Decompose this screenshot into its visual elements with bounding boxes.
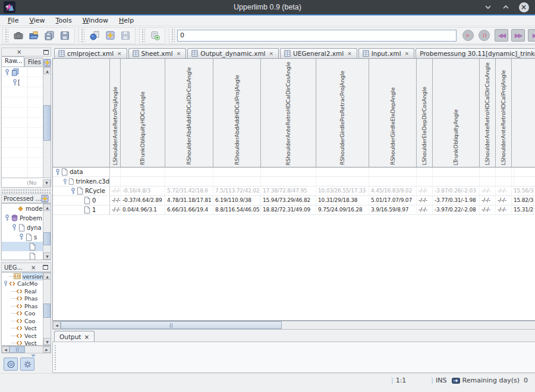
table-row[interactable]: 1 -/-/-0.04/4.96/3.1 6.66/31.66/19.48.8/… — [53, 206, 535, 215]
target-toggle-button[interactable] — [4, 358, 18, 371]
splitter-collapse-icon[interactable] — [31, 355, 36, 357]
menu-view[interactable]: View — [24, 15, 50, 26]
play-button[interactable]: ▶ — [462, 30, 474, 41]
processed-wizard-button[interactable] — [41, 195, 49, 203]
column-header[interactable]: RShoulderAbdAddHDCalDirCosAngle — [165, 59, 213, 167]
tab-input[interactable]: Input.xml × — [358, 48, 414, 58]
tab-close-icon[interactable]: × — [268, 50, 275, 57]
tab-cmlproject[interactable]: cmlproject.xml × — [54, 48, 127, 58]
menu-tools[interactable]: Tools — [51, 15, 77, 26]
column-header[interactable] — [512, 59, 535, 167]
toolbar-drag-handle[interactable] — [5, 29, 8, 43]
panel-restore-icon[interactable] — [43, 50, 49, 55]
tab-sheet[interactable]: Sheet.xml × — [128, 48, 187, 58]
grid-horizontal-scrollbar[interactable]: ◀ ▶ — [52, 321, 535, 330]
table-row[interactable]: data — [53, 167, 535, 177]
tree-expander-key-icon[interactable] — [12, 79, 18, 86]
scroll-up-icon[interactable]: ▲ — [43, 273, 51, 280]
tab-raw[interactable]: Raw... — [1, 56, 24, 67]
ueg-panel-header[interactable]: UEG... × — [1, 263, 51, 272]
scroll-down-icon[interactable]: ▼ — [43, 338, 51, 345]
tree-expander-key-icon[interactable] — [70, 188, 76, 195]
menu-window[interactable]: Window — [77, 15, 114, 26]
tree-expander-key-icon[interactable] — [4, 69, 10, 76]
tree-expander-key-icon[interactable] — [3, 280, 8, 287]
scroll-down-icon[interactable]: ▼ — [43, 179, 51, 186]
close-button[interactable]: × — [518, 2, 529, 12]
frame-number-input[interactable] — [177, 30, 457, 42]
scroll-left-icon[interactable]: ◀ — [2, 346, 10, 353]
new-model-button[interactable] — [87, 29, 102, 43]
scrollbar-thumb[interactable] — [10, 346, 25, 353]
settings-toggle-button[interactable] — [20, 358, 34, 371]
column-header[interactable]: RShoulderGirdleProRetracProjAngle — [316, 59, 369, 167]
scroll-up-icon[interactable]: ▲ — [43, 67, 51, 74]
column-header[interactable]: RShoulderGirdleEleDepAngle — [369, 59, 417, 167]
menu-file[interactable]: File — [2, 15, 24, 26]
table-row[interactable]: 0 -/-/--0.37/4.64/2.89 4.78/31.18/17.816… — [53, 196, 535, 206]
files-vertical-scrollbar[interactable]: ▲ — [43, 67, 51, 178]
save-all-button[interactable] — [42, 29, 57, 43]
save-model-button[interactable] — [118, 29, 133, 43]
panel-drag-handle[interactable] — [54, 344, 57, 370]
scroll-left-icon[interactable]: ◀ — [53, 321, 61, 329]
panel-close-icon[interactable]: × — [31, 264, 36, 271]
panel-restore-icon[interactable] — [43, 265, 48, 270]
panel-close-icon[interactable]: × — [17, 49, 21, 55]
open-button[interactable] — [26, 29, 42, 43]
tab-close-icon[interactable]: × — [404, 50, 411, 57]
scrollbar-thumb[interactable] — [43, 105, 51, 141]
add-data-button[interactable] — [147, 29, 163, 43]
column-header[interactable]: LShoulderEleDepDirCosAngle — [417, 59, 433, 167]
tab-uegeneral2[interactable]: UEGeneral2.xml × — [280, 48, 357, 58]
tab-close-icon[interactable]: × — [116, 50, 123, 57]
processed-panel-header[interactable]: Processed ... — [1, 194, 51, 203]
table-row[interactable]: trinken.c3d — [53, 177, 535, 186]
scrollbar-thumb[interactable] — [43, 232, 51, 245]
tree-expander-key-icon[interactable] — [55, 169, 61, 176]
table-row[interactable]: RCycle -/-/--0.16/4.8/3 5.72/31.42/18.67… — [53, 186, 535, 196]
scroll-down-icon[interactable]: ▼ — [43, 252, 51, 260]
pause-button[interactable] — [479, 30, 490, 41]
minimize-button[interactable] — [483, 2, 493, 12]
column-header[interactable]: LTrunkObliquityAngle — [433, 59, 480, 167]
files-wizard-button[interactable] — [43, 59, 51, 67]
files-panel-titlebar[interactable]: × — [1, 48, 51, 56]
column-header[interactable]: LShoulderAnteRetroHDCalProjAngle — [496, 59, 512, 167]
toolbar-drag-handle[interactable] — [171, 29, 175, 43]
processed-vertical-scrollbar[interactable]: ▲ ▼ — [43, 204, 51, 260]
tab-output[interactable]: Output × — [54, 331, 95, 342]
tree-expander-key-icon[interactable] — [18, 233, 24, 241]
tree-expander-key-icon[interactable] — [11, 224, 17, 231]
tab-close-icon[interactable]: × — [346, 50, 353, 57]
tree-expander-key-icon[interactable] — [4, 214, 10, 222]
column-header[interactable]: LShoulderAnteRetroHDCalDirCosAngle — [480, 59, 496, 167]
tab-close-icon[interactable]: × — [175, 50, 182, 57]
panel-splitter[interactable] — [1, 189, 51, 194]
ueg-vertical-scrollbar[interactable]: ▲ ▼ — [43, 273, 51, 345]
tab-probemessung-mat[interactable]: Probemessung 30.11[dynamic]_trinken.mat … — [416, 48, 535, 58]
wizard-button[interactable] — [102, 29, 118, 43]
scrollbar-thumb[interactable] — [43, 304, 51, 318]
tab-close-icon[interactable]: × — [84, 333, 89, 340]
column-header[interactable]: RTrunkObliquityHDCalAngle — [121, 59, 165, 167]
column-header[interactable]: LShoulderAnteRetroProjAngle — [110, 59, 121, 167]
tree-expander-key-icon[interactable] — [62, 178, 68, 185]
snapshot-button[interactable] — [11, 29, 26, 43]
column-header[interactable]: RShoulderAbdAddHDCalProjAngle — [213, 59, 261, 167]
tab-files[interactable]: Files — [24, 58, 43, 67]
scroll-right-icon[interactable]: ▶ — [43, 346, 51, 353]
column-header[interactable]: RShoulderAnteRetroHDCalDirCosAngle — [261, 59, 316, 167]
scrollbar-thumb[interactable] — [61, 321, 282, 329]
toolbar-drag-handle[interactable] — [141, 29, 145, 43]
ueg-horizontal-scrollbar[interactable]: ◀ ▶ — [1, 346, 51, 353]
save-button[interactable] — [57, 29, 73, 43]
skip-to-end-button[interactable]: ▶| — [528, 29, 535, 42]
maximize-button[interactable] — [501, 2, 511, 12]
fast-forward-button[interactable]: ▶▶ — [511, 29, 525, 42]
toolbar-drag-handle[interactable] — [81, 29, 84, 43]
tab-output-dynamic[interactable]: Output_dynamic.xml × — [187, 48, 279, 58]
menu-help[interactable]: Help — [114, 15, 139, 26]
scroll-up-icon[interactable]: ▲ — [43, 204, 51, 211]
rewind-button[interactable]: ◀◀ — [495, 29, 508, 42]
